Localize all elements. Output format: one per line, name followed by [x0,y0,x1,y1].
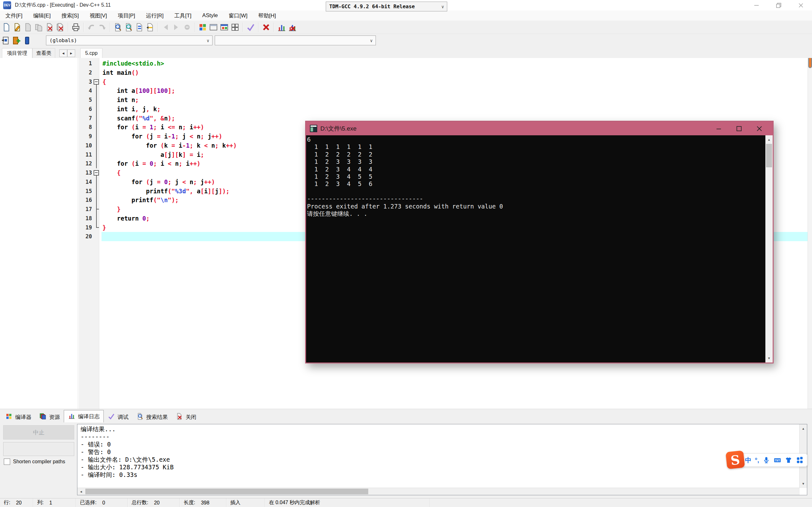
status-label: 插入 [230,499,241,506]
find-button[interactable] [112,22,123,33]
compiler-select[interactable]: TDM-GCC 4.9.2 64-bit Release ∨ [326,2,447,11]
status-label: 总行数: [132,499,148,506]
editor-tab[interactable]: 5.cpp [80,48,102,58]
skin-icon[interactable] [785,456,792,464]
syntax-check-button[interactable] [245,22,256,33]
log-horizontal-scrollbar[interactable]: ◄ [78,488,800,495]
menu-item[interactable]: 项目[P] [112,10,141,20]
run-button[interactable] [208,22,219,33]
code-text: for (i = 1; i <= n; i++) [102,123,204,132]
main-toolbar [0,20,812,34]
save-all-button [33,22,44,33]
code-line[interactable]: 3{ [0,77,808,87]
scroll-up-icon[interactable]: ▲ [800,425,807,432]
scroll-up-icon[interactable]: ▲ [765,136,773,143]
code-line[interactable]: 5 int n; [0,95,808,105]
menu-item[interactable]: 工具[T] [169,10,197,20]
menu-item[interactable]: 视图[V] [84,10,112,20]
code-text: for (j = 0; j < n; j++) [102,177,215,187]
code-line[interactable]: 4 int a[100][100]; [0,86,808,95]
shorten-paths-checkbox[interactable] [4,458,10,465]
toolbar-separator [258,22,258,32]
bottom-tab-search[interactable]: 搜索结果 [132,412,171,422]
goto-declaration-button[interactable] [0,35,11,46]
keyboard-icon[interactable] [774,456,781,464]
toggle-bookmark-button[interactable] [21,35,32,46]
menu-item[interactable]: 帮助[H] [253,10,281,20]
fold-collapse-icon[interactable] [93,168,100,177]
print-button[interactable] [70,22,81,33]
redo-button [97,22,107,33]
fold-line [93,150,100,159]
compile-button[interactable] [197,22,208,33]
status-cell: 插入 [226,498,265,507]
globals-select-value: (globals) [49,38,77,43]
code-line[interactable]: 6 int i, j, k; [0,105,808,114]
menu-item[interactable]: 编辑[E] [28,10,56,20]
code-text: #include<stdio.h> [102,59,164,68]
restore-button[interactable] [768,0,790,10]
console-text: 6 1 1 1 1 1 1 1 2 2 2 2 2 1 2 3 3 3 3 1 … [307,136,503,217]
line-number: 15 [79,187,92,196]
mic-icon[interactable] [763,456,770,464]
log-hscroll-thumb[interactable] [85,489,368,494]
goto-line-button[interactable] [145,22,155,33]
close-all-button[interactable] [55,22,66,33]
shorten-paths-option[interactable]: Shorten compiler paths [4,458,65,465]
menu-item[interactable]: 文件[F] [0,10,28,20]
scroll-down-icon[interactable]: ▼ [800,480,807,487]
line-number: 16 [79,195,92,205]
compile-run-button[interactable] [219,22,230,33]
sidebar-tab-project[interactable]: 项目管理 [2,48,32,58]
code-line[interactable]: 1#include<stdio.h> [0,59,808,68]
close-file-button[interactable] [44,22,55,33]
console-minimize-button[interactable] [709,122,729,135]
sogou-logo-icon[interactable]: S [725,450,745,469]
line-number: 19 [79,223,92,232]
bottom-tab-compiler[interactable]: 编译器 [1,412,35,422]
tab-scroll-right-button[interactable]: ► [67,49,75,57]
bottom-tab-resources[interactable]: 资源 [35,412,64,422]
ime-mode-chinese[interactable]: 中 [745,456,751,464]
console-close-button[interactable] [749,122,769,135]
fold-collapse-icon[interactable] [93,77,100,87]
menu-item[interactable]: AStyle [197,10,223,20]
members-select[interactable]: ∨ [215,36,376,45]
tab-scroll-left-button[interactable]: ◄ [59,49,67,57]
minimize-button[interactable] [745,0,768,10]
find-in-files-button[interactable] [123,22,134,33]
ime-punctuation-icon[interactable]: °, [755,457,759,464]
line-number: 20 [79,232,92,241]
scroll-left-icon[interactable]: ◄ [78,488,85,495]
menu-item[interactable]: 搜索[S] [56,10,84,20]
console-maximize-button[interactable] [729,122,749,135]
editor-vertical-scrollbar[interactable] [808,58,812,409]
profile-button[interactable] [276,22,287,33]
rebuild-all-button[interactable] [230,22,241,33]
toolbox-icon[interactable] [796,456,803,464]
shorten-paths-label: Shorten compiler paths [13,459,65,464]
abort-compile-button[interactable]: 中止 [3,425,74,440]
open-file-button[interactable] [12,22,22,33]
console-window[interactable]: D:\文件\5.exe 6 1 1 1 1 1 1 1 2 2 2 2 2 1 … [305,121,774,363]
bottom-tab-log[interactable]: 编译日志 [64,410,104,422]
console-scroll-thumb[interactable] [766,144,772,167]
add-bookmark-button[interactable] [11,35,21,46]
new-file-button[interactable] [1,22,12,33]
menu-item[interactable]: 窗口[W] [223,10,253,20]
menu-item[interactable]: 运行[R] [141,10,169,20]
abort-button[interactable] [261,22,271,33]
scroll-down-icon[interactable]: ▼ [765,354,773,362]
bottom-tab-debug[interactable]: 调试 [104,412,132,422]
sidebar-tab-classes[interactable]: 查看类 [32,48,55,58]
line-number: 8 [79,123,92,132]
code-line[interactable]: 2int main() [0,68,808,77]
console-title-bar[interactable]: D:\文件\5.exe [306,122,773,135]
bottom-tab-close-red[interactable]: 关闭 [171,412,200,422]
close-button[interactable] [790,0,812,10]
globals-select[interactable]: (globals) ∨ [46,36,212,45]
code-text: int i, j, k; [102,105,160,114]
replace-button[interactable] [134,22,145,33]
delete-profile-button[interactable] [287,22,298,33]
console-scrollbar[interactable]: ▲ ▼ [765,135,773,362]
